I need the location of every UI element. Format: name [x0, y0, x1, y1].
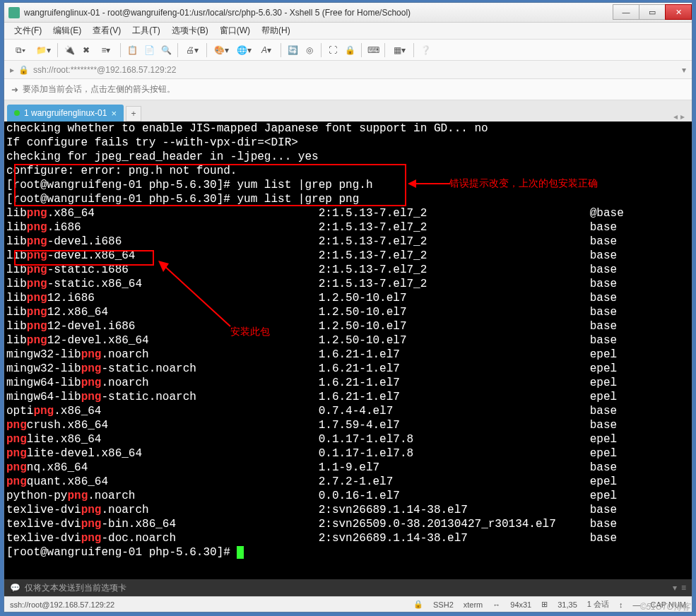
terminal-line: texlive-dvipng.noarch 2:svn26689.1.14-38…	[6, 503, 692, 517]
terminal[interactable]: 错误提示改变，上次的包安装正确 安装此包 checking whether to…	[4, 122, 692, 579]
annotation-text-1: 错误提示改变，上次的包安装正确	[449, 177, 598, 191]
pos-icon: ⊞	[541, 600, 548, 609]
terminal-line: libpng.x86_64 2:1.5.13-7.el7_2 @base	[6, 206, 692, 220]
terminal-line: libpng-static.x86_64 2:1.5.13-7.el7_2 ba…	[6, 277, 692, 291]
status-bar: ssh://root@192.168.57.129:22 🔒 SSH2 xter…	[4, 596, 692, 612]
separator	[361, 43, 362, 57]
layout-icon[interactable]: ▦▾	[389, 42, 410, 58]
compose-text[interactable]: 仅将文本发送到当前选项卡	[25, 582, 668, 594]
lock-icon: 🔒	[18, 65, 29, 75]
terminal-line: configure: error: png.h not found.	[6, 164, 692, 178]
menu-window[interactable]: 窗口(W)	[216, 23, 254, 39]
paste-icon[interactable]: 📄	[141, 42, 157, 58]
annotation-text-2: 安装此包	[230, 325, 270, 339]
separator	[206, 43, 207, 57]
new-tab-button[interactable]: +	[126, 106, 141, 122]
terminal-line: libpng.i686 2:1.5.13-7.el7_2 base	[6, 220, 692, 235]
terminal-line: pngcrush.x86_64 1.7.59-4.el7 base	[6, 418, 692, 432]
terminal-line: libpng12.i686 1.2.50-10.el7 base	[6, 291, 692, 305]
compose-bar: 💬 仅将文本发送到当前选项卡 ▾ ≡	[4, 579, 692, 596]
globe-icon[interactable]: 🌐▾	[233, 42, 254, 58]
menu-tools[interactable]: 工具(T)	[128, 23, 164, 39]
session-tab[interactable]: 1 wangruifenglinux-01 ×	[7, 105, 124, 122]
app-icon	[8, 7, 20, 18]
color-theme-icon[interactable]: 🎨▾	[211, 42, 232, 58]
menu-icon[interactable]: ≡	[681, 583, 686, 593]
disconnect-icon[interactable]: ✖	[78, 42, 94, 58]
arrow-right-icon[interactable]: ➜	[11, 85, 18, 95]
close-button[interactable]: ✕	[665, 4, 692, 20]
status-sessions: 1 会话	[587, 599, 609, 610]
fullscreen-icon[interactable]: ⛶	[325, 42, 341, 58]
new-session-icon[interactable]: ⧉▾	[10, 42, 31, 58]
terminal-line: libpng-devel.x86_64 2:1.5.13-7.el7_2 bas…	[6, 249, 692, 263]
titlebar[interactable]: wangruifenglinux-01 - root@wangruifeng-0…	[4, 3, 692, 23]
terminal-line: checking for jpeg_read_header in -ljpeg.…	[6, 150, 692, 164]
menu-view[interactable]: 查看(V)	[88, 23, 125, 39]
terminal-line: [root@wangruifeng-01 php-5.6.30]#	[6, 545, 692, 559]
font-icon[interactable]: A▾	[256, 42, 277, 58]
separator	[321, 43, 322, 57]
terminal-line: libpng12-devel.i686 1.2.50-10.el7 base	[6, 319, 692, 333]
tab-prev-icon[interactable]: ◂	[673, 112, 678, 122]
toolbar: ⧉▾ 📁▾ 🔌 ✖ ≡▾ 📋 📄 🔍 🖨▾ 🎨▾ 🌐▾ A▾ 🔄 ◎ ⛶ 🔒 ⌨…	[4, 40, 692, 61]
copy-icon[interactable]: 📋	[124, 42, 140, 58]
terminal-line: [root@wangruifeng-01 php-5.6.30]# yum li…	[6, 192, 692, 206]
open-folder-icon[interactable]: 📁▾	[33, 42, 54, 58]
terminal-line: pngquant.x86_64 2.7.2-1.el7 epel	[6, 475, 692, 489]
status-dot-icon	[14, 110, 20, 116]
address-text[interactable]: ssh://root:********@192.168.57.129:22	[33, 65, 678, 75]
menu-edit[interactable]: 编辑(E)	[49, 23, 85, 39]
terminal-line: pngnq.x86_64 1.1-9.el7 base	[6, 461, 692, 475]
terminal-line: pnglite-devel.x86_64 0.1.17-1.el7.8 epel	[6, 446, 692, 461]
lock-icon: 🔒	[413, 600, 423, 609]
dropdown-icon[interactable]: ▾	[682, 65, 686, 75]
keyboard-icon[interactable]: ⌨	[365, 42, 381, 58]
terminal-line: texlive-dvipng-bin.x86_64 2:svn26509.0-3…	[6, 517, 692, 531]
maximize-button[interactable]: ▭	[639, 4, 666, 20]
terminal-line: mingw32-libpng.noarch 1.6.21-1.el7 epel	[6, 348, 692, 362]
menu-help[interactable]: 帮助(H)	[257, 23, 295, 39]
menubar: 文件(F) 编辑(E) 查看(V) 工具(T) 选项卡(B) 窗口(W) 帮助(…	[4, 23, 692, 40]
app-window: wangruifenglinux-01 - root@wangruifeng-0…	[4, 2, 692, 612]
menu-tabs[interactable]: 选项卡(B)	[167, 23, 213, 39]
sync-icon[interactable]: 🔄	[285, 42, 300, 58]
terminal-line: mingw64-libpng-static.noarch 1.6.21-1.el…	[6, 390, 692, 404]
terminal-line: mingw32-libpng-static.noarch 1.6.21-1.el…	[6, 362, 692, 376]
size-icon: ↔	[492, 600, 500, 609]
address-bar: ▸ 🔒 ssh://root:********@192.168.57.129:2…	[4, 61, 692, 79]
reconnect-icon[interactable]: 🔌	[61, 42, 77, 58]
chat-icon[interactable]: 💬	[10, 583, 20, 593]
separator	[281, 43, 281, 57]
separator	[120, 43, 121, 57]
status-term: xterm	[464, 600, 483, 609]
close-tab-icon[interactable]: ×	[111, 108, 117, 119]
terminal-line: libpng12-devel.x86_64 1.2.50-10.el7 base	[6, 333, 692, 348]
status-size: 94x31	[510, 600, 531, 609]
properties-icon[interactable]: ≡▾	[95, 42, 117, 58]
separator	[57, 43, 58, 57]
status-host: ssh://root@192.168.57.129:22	[10, 600, 114, 609]
terminal-line: optipng.x86_64 0.7.4-4.el7 base	[6, 404, 692, 418]
status-ssh: SSH2	[433, 600, 454, 609]
search-icon[interactable]: 🔍	[158, 42, 174, 58]
watermark: ©51CTO博客	[640, 601, 690, 613]
separator	[384, 43, 385, 57]
terminal-line: mingw64-libpng.noarch 1.6.21-1.el7 epel	[6, 376, 692, 390]
separator	[413, 43, 414, 57]
tab-label: 1 wangruifenglinux-01	[24, 108, 107, 118]
bookmark-icon[interactable]: ▸	[10, 65, 14, 75]
lock-icon[interactable]: 🔒	[342, 42, 358, 58]
target-icon[interactable]: ◎	[302, 42, 317, 58]
tab-next-icon[interactable]: ▸	[680, 112, 685, 122]
window-title: wangruifenglinux-01 - root@wangruifeng-0…	[24, 8, 613, 18]
terminal-line: checking whether to enable JIS-mapped Ja…	[6, 122, 692, 136]
separator	[177, 43, 178, 57]
dropdown-icon[interactable]: ▾	[673, 583, 677, 593]
status-pos: 31,35	[558, 600, 577, 609]
minimize-button[interactable]: —	[613, 4, 639, 20]
help-icon[interactable]: ❔	[418, 42, 433, 58]
print-icon[interactable]: 🖨▾	[182, 42, 203, 58]
terminal-line: If configure fails try --with-vpx-dir=<D…	[6, 136, 692, 150]
menu-file[interactable]: 文件(F)	[10, 23, 46, 39]
